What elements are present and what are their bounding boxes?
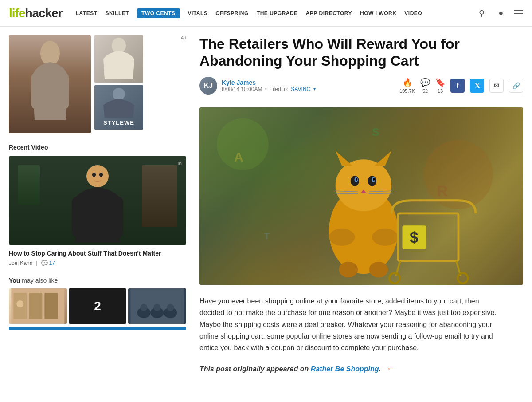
nav-video[interactable]: VIDEO [404,10,422,16]
svg-text:A: A [234,150,243,164]
video-meta: Joel Kahn | 💬 17 [9,260,186,266]
svg-rect-13 [44,293,58,319]
also-like-item-3[interactable] [128,288,186,324]
author-name[interactable]: Kyle James [222,79,316,86]
video-thumbnail[interactable]: lh [9,156,186,245]
svg-point-37 [356,178,357,181]
nav-offspring[interactable]: OFFSPRING [215,10,249,16]
svg-rect-24 [283,113,332,150]
svg-point-21 [167,304,174,311]
social-actions: 🔥 105.7K 💬 52 🔖 13 f 𝕏 ✉ 🔗 [399,78,523,94]
ad-right-bottom[interactable]: STYLEWE [94,85,143,130]
site-logo[interactable]: lifehacker [9,6,63,20]
svg-point-14 [16,300,23,307]
user-icon[interactable]: ● [495,7,507,20]
nav-skillet[interactable]: SKILLET [106,10,129,16]
svg-line-43 [369,193,392,194]
article-title: The Retailers Who Will Reward You for Ab… [200,35,523,70]
facebook-button[interactable]: f [450,79,465,93]
svg-text:T: T [264,231,270,241]
email-button[interactable]: ✉ [489,79,504,93]
comment-count: 17 [49,260,55,266]
comment-action[interactable]: 💬 52 [420,78,430,94]
fire-action[interactable]: 🔥 105.7K [399,78,415,94]
nav-two-cents[interactable]: TWO CENTS [137,8,180,18]
svg-point-4 [113,88,125,100]
svg-point-47 [369,262,388,277]
also-like-blue-bar [9,327,186,330]
article-content: The Retailers Who Will Reward You for Ab… [200,35,523,383]
logo-hacker: hacker [25,6,62,20]
ad-right-top[interactable] [94,35,143,83]
svg-rect-12 [29,293,42,319]
svg-point-44 [329,229,355,246]
comment-icon[interactable]: 💬 17 [41,260,55,266]
also-like-num: 2 [94,299,101,313]
svg-point-51 [389,273,399,283]
divider: | [36,260,37,266]
svg-point-17 [141,304,148,311]
svg-point-5 [86,165,109,187]
nav-app-directory[interactable]: APP DIRECTORY [306,10,352,16]
svg-marker-31 [336,151,353,166]
main-layout: Ad [0,27,532,392]
recent-video-title: Recent Video [9,144,186,151]
svg-point-23 [424,140,493,209]
also-like-title: You may also like [9,277,186,284]
menu-icon[interactable] [514,10,523,16]
article-body: Have you ever been shopping online at yo… [200,296,501,376]
fire-icon: 🔥 [403,78,412,87]
comment-icon: 💬 [420,78,430,87]
nav-the-upgrade[interactable]: THE UPGRADE [257,10,298,16]
source-link[interactable]: Rather Be Shopping [311,365,379,373]
nav-vitals[interactable]: VITALS [188,10,208,16]
article-date: 8/08/14 10:00AM [222,86,262,92]
originally-appeared: This post originally appeared on Rather … [200,361,501,376]
comment-count: 52 [422,88,428,94]
originally-appeared-label: This post originally appeared on Rather … [200,365,383,373]
ad-badge: Ad [181,35,186,40]
site-header: lifehacker LATEST SKILLET TWO CENTS VITA… [0,0,532,27]
svg-rect-7 [113,197,123,237]
bookmark-icon: 🔖 [435,78,445,87]
sidebar: Ad [9,35,186,383]
article-meta-row: KJ Kyle James 8/08/14 10:00AM • Filed to… [200,77,523,99]
also-like-item-2[interactable]: 2 [69,288,127,324]
red-arrow-decoration: ← [386,363,395,373]
hero-image: A S R T [200,107,523,285]
link-button[interactable]: 🔗 [509,79,523,93]
svg-point-19 [154,304,161,311]
svg-rect-1 [31,73,40,109]
video-title[interactable]: How to Stop Caring About Stuff That Does… [9,249,186,257]
svg-point-0 [40,41,60,66]
svg-point-52 [458,273,468,283]
svg-point-38 [373,178,375,181]
you-label: You [9,277,20,284]
bookmark-action[interactable]: 🔖 13 [435,78,445,94]
filed-to[interactable]: SAVING [291,86,310,92]
body-paragraph-1: Have you ever been shopping online at yo… [200,296,501,354]
bookmark-count: 13 [438,88,443,94]
svg-point-30 [336,159,392,211]
also-like-item-1[interactable] [9,288,67,324]
nav-how-i-work[interactable]: HOW I WORK [360,10,396,16]
svg-rect-2 [60,73,69,109]
video-author: Joel Kahn [9,260,32,266]
svg-point-8 [92,173,96,177]
ad-right: STYLEWE [94,35,143,133]
search-icon[interactable]: ⚲ [475,7,488,20]
also-like-section: You may also like 2 [9,277,186,330]
twitter-button[interactable]: 𝕏 [470,79,484,93]
svg-point-45 [372,229,398,246]
svg-point-9 [99,173,103,177]
main-nav: LATEST SKILLET TWO CENTS VITALS OFFSPRIN… [76,8,466,18]
ad-left[interactable] [9,35,91,133]
svg-line-41 [336,193,359,194]
stylewe-label: STYLEWE [103,119,134,126]
ad-figure [9,35,91,133]
svg-point-46 [339,262,358,277]
video-person-bg: lh [9,156,186,245]
nav-latest[interactable]: LATEST [76,10,98,16]
also-like-grid: 2 [9,288,186,324]
svg-text:$: $ [410,229,418,246]
